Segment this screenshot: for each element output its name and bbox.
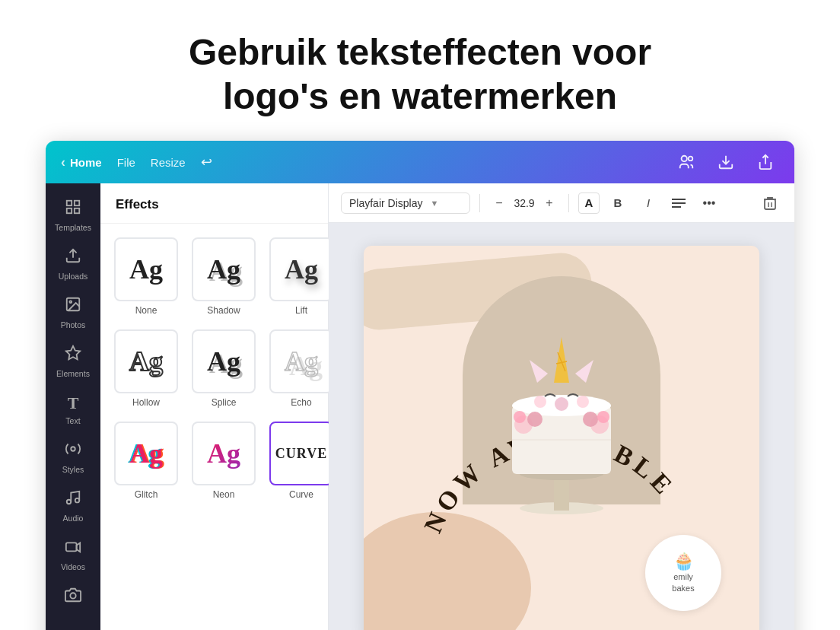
effect-glitch-label: Glitch (135, 489, 158, 500)
download-button[interactable] (712, 148, 740, 176)
text-label: Text (65, 416, 80, 425)
effect-none-label: None (135, 305, 158, 316)
more-options-button[interactable]: ••• (697, 191, 721, 215)
svg-marker-11 (66, 346, 80, 359)
font-size-control: − 32.9 + (489, 193, 559, 213)
effect-none-preview: Ag (114, 237, 178, 301)
svg-point-43 (597, 411, 609, 423)
align-button[interactable] (667, 191, 691, 215)
effect-hollow-label: Hollow (132, 397, 160, 408)
sidebar-item-text[interactable]: T Text (49, 387, 97, 431)
effect-lift-label: Lift (295, 305, 307, 316)
font-size-increase[interactable]: + (539, 193, 559, 213)
svg-point-17 (70, 593, 75, 598)
effect-glitch[interactable]: Ag Glitch (111, 418, 181, 503)
divider-2 (568, 194, 569, 212)
effect-shadow-label: Shadow (207, 305, 240, 316)
effect-curve-label: Curve (289, 489, 313, 500)
sidebar-item-photos[interactable]: Photos (49, 290, 97, 336)
nav-home-button[interactable]: ‹ Home (61, 154, 102, 170)
videos-label: Videos (61, 562, 85, 571)
svg-rect-5 (75, 201, 79, 205)
sidebar-item-templates[interactable]: Templates (49, 192, 97, 238)
svg-point-36 (534, 396, 546, 408)
effect-echo-label: Echo (291, 397, 311, 408)
effect-splice[interactable]: Ag Ag Splice (189, 326, 259, 411)
effect-neon[interactable]: Ag Neon (189, 418, 259, 503)
effect-curve[interactable]: CURVE Curve (266, 418, 336, 503)
nav-right (673, 148, 779, 176)
font-selector[interactable]: Playfair Display ▼ (341, 192, 470, 214)
canvas[interactable]: NOW AVAILABLE (364, 246, 759, 630)
effect-glitch-preview: Ag (114, 422, 178, 485)
photos-icon (65, 296, 81, 317)
svg-marker-35 (575, 360, 593, 383)
templates-label: Templates (55, 223, 91, 232)
delete-button[interactable] (758, 191, 782, 215)
svg-marker-16 (77, 543, 81, 552)
bold-button[interactable]: B (606, 191, 630, 215)
effect-hollow-preview: Ag (114, 329, 178, 393)
effect-neon-preview: Ag (192, 422, 256, 485)
effect-shadow-preview: Ag (192, 237, 256, 301)
collaborate-button[interactable] (673, 148, 700, 176)
sidebar-item-uploads[interactable]: Uploads (49, 241, 97, 287)
svg-point-42 (583, 412, 598, 427)
peach-blob (364, 512, 531, 630)
svg-rect-6 (67, 208, 72, 213)
text-icon: T (68, 393, 79, 413)
font-size-value: 32.9 (512, 197, 536, 209)
svg-point-10 (69, 301, 72, 304)
font-dropdown-icon: ▼ (430, 199, 438, 208)
styles-icon (65, 441, 81, 462)
share-button[interactable] (752, 148, 779, 176)
camera-icon (65, 587, 81, 608)
svg-point-13 (67, 500, 72, 504)
svg-rect-15 (66, 543, 77, 552)
photos-label: Photos (61, 320, 86, 329)
effects-grid: Ag None Ag Shadow Ag Lift (100, 224, 328, 514)
sidebar-item-camera[interactable] (49, 581, 97, 614)
logo-text-line2: bakes (672, 583, 694, 594)
font-size-decrease[interactable]: − (489, 193, 509, 213)
svg-rect-4 (67, 201, 72, 205)
sidebar-item-audio[interactable]: Audio (49, 483, 97, 529)
top-nav: ‹ Home File Resize ↩ (46, 141, 794, 183)
effect-lift-preview: Ag (269, 237, 333, 301)
effect-hollow[interactable]: Ag Hollow (111, 326, 181, 411)
svg-rect-7 (75, 208, 79, 213)
audio-icon (65, 489, 81, 511)
resize-menu[interactable]: Resize (151, 156, 186, 169)
effects-panel: Effects Ag None Ag Shadow (100, 183, 329, 630)
templates-icon (65, 199, 81, 220)
effect-none[interactable]: Ag None (111, 234, 181, 319)
effect-curve-preview: CURVE (269, 422, 333, 485)
undo-button[interactable]: ↩ (201, 154, 212, 170)
main-content: Playfair Display ▼ − 32.9 + A B I (329, 183, 794, 630)
app-body: Templates Uploads (46, 183, 794, 630)
sidebar-item-styles[interactable]: Styles (49, 434, 97, 480)
effect-splice-label: Splice (212, 397, 237, 408)
font-name: Playfair Display (349, 197, 422, 209)
svg-point-40 (514, 411, 526, 423)
effect-echo[interactable]: Ag Echo (266, 326, 336, 411)
sidebar-item-videos[interactable]: Videos (49, 532, 97, 578)
effect-echo-preview: Ag (269, 329, 333, 393)
elements-icon (65, 345, 81, 366)
file-menu[interactable]: File (117, 156, 135, 169)
italic-button[interactable]: I (636, 191, 660, 215)
sidebar: Templates Uploads (46, 183, 100, 630)
svg-point-44 (555, 397, 568, 411)
svg-point-12 (71, 447, 75, 451)
effect-splice-preview: Ag Ag (192, 329, 256, 393)
chevron-left-icon: ‹ (61, 154, 65, 170)
sidebar-item-elements[interactable]: Elements (49, 339, 97, 384)
svg-point-14 (75, 498, 80, 503)
effect-shadow[interactable]: Ag Shadow (189, 234, 259, 319)
font-color-button[interactable]: A (578, 192, 600, 214)
effects-title: Effects (100, 183, 328, 224)
svg-point-0 (682, 156, 687, 161)
uploads-label: Uploads (59, 272, 88, 281)
effect-lift[interactable]: Ag Lift (266, 234, 336, 319)
nav-left: ‹ Home File Resize ↩ (61, 154, 212, 170)
